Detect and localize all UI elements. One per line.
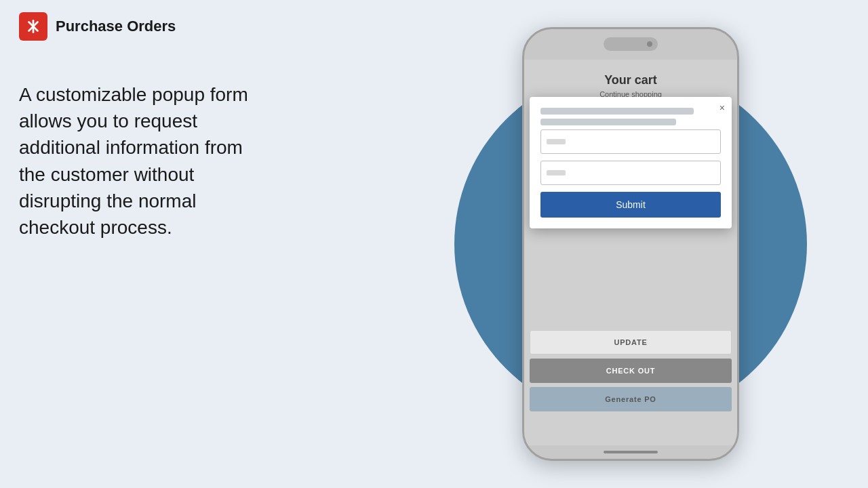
phone-screen: Your cart Continue shopping × Submit — [524, 60, 737, 445]
phone-mockup: Your cart Continue shopping × Submit — [522, 27, 739, 461]
checkout-button[interactable]: CHECK OUT — [530, 359, 732, 383]
phone-area: Your cart Continue shopping × Submit — [393, 0, 868, 488]
skeleton-bar-2 — [540, 119, 676, 125]
description-text: A customizable popup form allows you to … — [19, 81, 250, 241]
close-icon[interactable]: × — [719, 102, 725, 113]
logo-icon — [19, 12, 47, 41]
cart-title: Your cart — [604, 73, 657, 87]
cart-buttons: UPDATE CHECK OUT Generate PO — [530, 330, 732, 411]
input-placeholder-1 — [547, 139, 566, 144]
camera-dot — [647, 41, 652, 47]
left-content: A customizable popup form allows you to … — [19, 81, 250, 241]
update-button[interactable]: UPDATE — [530, 330, 732, 354]
phone-home-bar — [604, 451, 658, 453]
phone-notch — [604, 37, 658, 51]
app-title: Purchase Orders — [56, 18, 176, 35]
popup-input-2[interactable] — [540, 161, 721, 185]
submit-button[interactable]: Submit — [540, 192, 721, 218]
generate-po-button[interactable]: Generate PO — [530, 387, 732, 411]
popup-form: × Submit — [530, 97, 732, 228]
input-placeholder-2 — [547, 170, 566, 176]
popup-input-1[interactable] — [540, 129, 721, 154]
skeleton-bar-1 — [540, 108, 694, 115]
